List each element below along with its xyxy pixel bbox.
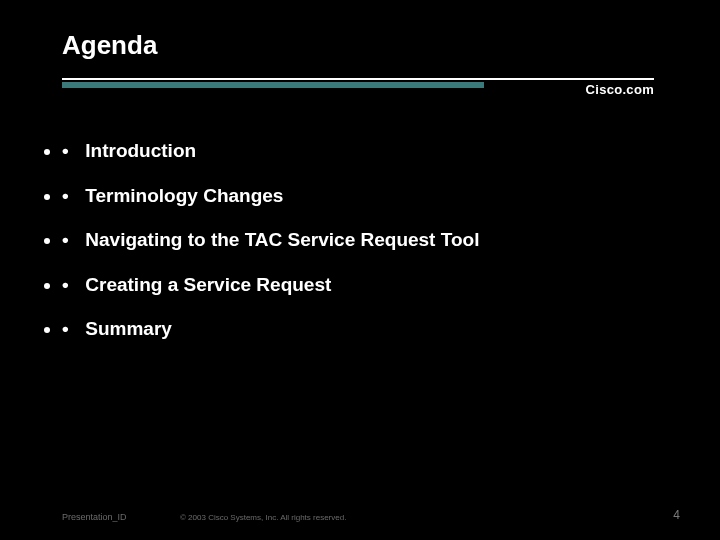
list-item: • Navigating to the TAC Service Request … bbox=[62, 227, 662, 254]
bullet-text: Terminology Changes bbox=[85, 185, 283, 206]
bullet-dot-icon: • bbox=[62, 138, 80, 165]
footer-page-number: 4 bbox=[673, 508, 680, 522]
list-item: • Summary bbox=[62, 316, 662, 343]
brand-label: Cisco.com bbox=[586, 82, 654, 97]
footer-presentation-id: Presentation_ID bbox=[62, 512, 127, 522]
divider-accent bbox=[62, 82, 484, 88]
list-item: • Terminology Changes bbox=[62, 183, 662, 210]
bullet-text: Introduction bbox=[85, 140, 196, 161]
slide: Agenda Cisco.com • Introduction • Termin… bbox=[0, 0, 720, 540]
bullet-dot-icon: • bbox=[62, 272, 80, 299]
footer-copyright: © 2003 Cisco Systems, Inc. All rights re… bbox=[180, 513, 346, 522]
footer: Presentation_ID © 2003 Cisco Systems, In… bbox=[0, 502, 720, 522]
bullet-dot-icon: • bbox=[62, 227, 80, 254]
list-item: • Creating a Service Request bbox=[62, 272, 662, 299]
divider-line bbox=[62, 78, 654, 80]
slide-title: Agenda bbox=[62, 30, 157, 61]
bullet-text: Navigating to the TAC Service Request To… bbox=[85, 229, 479, 250]
bullet-list: • Introduction • Terminology Changes • N… bbox=[62, 138, 662, 361]
bullet-dot-icon: • bbox=[62, 183, 80, 210]
bullet-dot-icon: • bbox=[62, 316, 80, 343]
bullet-text: Creating a Service Request bbox=[85, 274, 331, 295]
bullet-text: Summary bbox=[85, 318, 172, 339]
list-item: • Introduction bbox=[62, 138, 662, 165]
